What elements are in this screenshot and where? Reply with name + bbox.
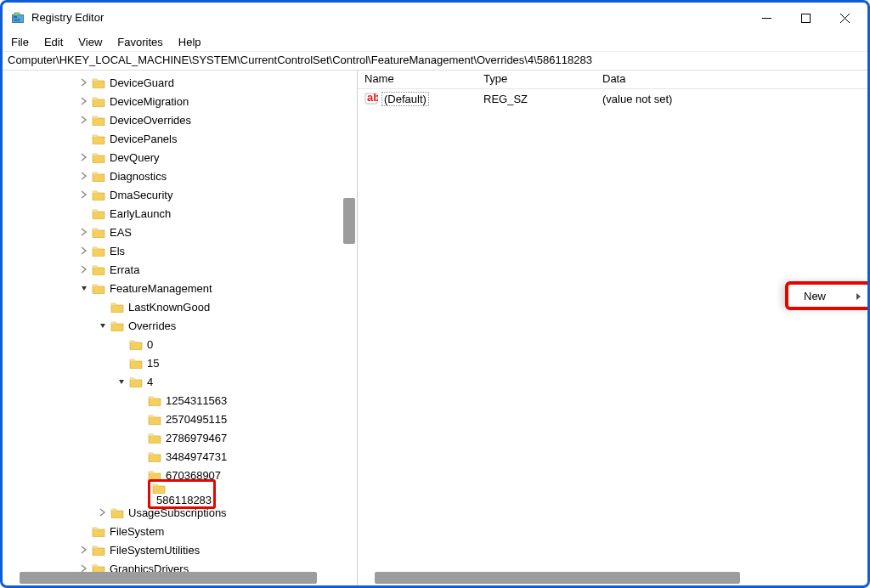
chevron-right-icon[interactable] (98, 507, 108, 517)
tree-item-label: Diagnostics (110, 170, 167, 183)
tree-item[interactable]: 3484974731 (3, 447, 357, 466)
folder-icon (92, 114, 105, 126)
maximize-button[interactable] (786, 6, 825, 30)
chevron-right-icon[interactable] (79, 152, 89, 162)
chevron-down-icon[interactable] (79, 283, 89, 293)
tree-item[interactable]: DeviceOverrides (3, 110, 357, 129)
tree-item-label: 4 (147, 376, 153, 388)
menu-edit[interactable]: Edit (44, 36, 63, 48)
tree-item[interactable]: DmaSecurity (3, 185, 357, 204)
tree-item-label: 1254311563 (166, 394, 227, 407)
value-type: REG_SZ (477, 93, 596, 105)
chevron-right-icon[interactable] (79, 246, 89, 256)
tree-item[interactable]: 586118283 (3, 484, 357, 503)
tree-item[interactable]: LastKnownGood (3, 297, 357, 316)
svg-rect-4 (14, 20, 20, 21)
chevron-right-icon (79, 526, 89, 536)
tree-item-label: 586118283 (156, 494, 212, 506)
tree-item[interactable]: DevQuery (3, 148, 357, 167)
tree-item[interactable]: 2786979467 (3, 428, 357, 447)
folder-icon (92, 226, 105, 238)
tree-item[interactable]: FeatureManagement (3, 279, 357, 297)
tree-scrollbar[interactable] (343, 71, 355, 585)
tree-item[interactable]: 2570495115 (3, 410, 357, 428)
chevron-right-icon (116, 358, 127, 368)
tree-item-label: 3484974731 (166, 450, 227, 463)
value-name: (Default) (381, 92, 429, 106)
tree-item[interactable]: FileSystem (3, 522, 357, 540)
annotation-highlight: 586118283 (148, 479, 216, 509)
folder-icon (148, 432, 161, 444)
tree-hscrollbar[interactable] (20, 572, 317, 584)
tree-item-label: 15 (147, 357, 159, 370)
col-type[interactable]: Type (477, 71, 596, 88)
folder-icon (129, 376, 143, 387)
tree-item-label: DeviceMigration (110, 95, 189, 108)
tree-item-label: Overrides (128, 319, 176, 332)
tree-item[interactable]: FileSystemUtilities (3, 540, 357, 559)
tree-item[interactable]: Errata (3, 260, 357, 279)
tree-item[interactable]: Diagnostics (3, 167, 357, 185)
folder-icon (92, 245, 105, 257)
chevron-right-icon[interactable] (79, 545, 89, 555)
folder-icon (92, 544, 105, 556)
folder-icon (92, 525, 105, 537)
tree-item-label: FileSystem (110, 525, 164, 538)
chevron-down-icon[interactable] (116, 376, 127, 387)
menu-file[interactable]: File (11, 36, 29, 48)
window-title: Registry Editor (31, 3, 747, 33)
tree-item[interactable]: DeviceGuard (3, 73, 357, 92)
tree-item-label: 0 (147, 338, 153, 351)
col-data[interactable]: Data (596, 71, 867, 88)
tree-item[interactable]: Overrides (3, 316, 357, 335)
tree-item[interactable]: EAS (3, 223, 357, 241)
tree-item[interactable]: 0 (3, 335, 357, 353)
close-button[interactable] (825, 6, 864, 30)
value-row[interactable]: ab (Default) REG_SZ (value not set) (358, 89, 867, 108)
chevron-right-icon (116, 339, 127, 349)
tree-item[interactable]: UsageSubscriptions (3, 503, 357, 522)
chevron-right-icon[interactable] (79, 227, 89, 237)
tree-item[interactable]: 1254311563 (3, 391, 357, 410)
folder-icon (148, 413, 161, 425)
values-hscrollbar[interactable] (375, 572, 740, 584)
chevron-down-icon[interactable] (98, 320, 108, 331)
svg-rect-7 (801, 14, 810, 22)
tree-item[interactable]: 4 (3, 372, 357, 391)
chevron-right-icon[interactable] (79, 96, 89, 106)
chevron-right-icon[interactable] (79, 77, 89, 88)
folder-icon (110, 301, 124, 313)
tree-item[interactable]: 15 (3, 353, 357, 372)
tree-item-label: DevicePanels (110, 133, 178, 145)
minimize-button[interactable] (747, 6, 786, 30)
folder-icon (129, 338, 143, 350)
chevron-right-icon[interactable] (79, 115, 89, 125)
tree-item[interactable]: DevicePanels (3, 129, 357, 148)
tree-item[interactable]: DeviceMigration (3, 92, 357, 110)
context-new-label: New (804, 290, 826, 302)
chevron-right-icon[interactable] (79, 171, 89, 181)
folder-icon (110, 506, 124, 518)
tree-item[interactable]: EarlyLaunch (3, 204, 357, 223)
chevron-right-icon (135, 489, 145, 499)
values-header: Name Type Data (358, 71, 867, 89)
tree-item[interactable]: Els (3, 241, 357, 260)
string-value-icon: ab (364, 93, 378, 105)
tree-pane: DeviceGuardDeviceMigrationDeviceOverride… (3, 71, 358, 585)
tree-scrollbar-thumb[interactable] (343, 198, 355, 244)
folder-icon (148, 450, 161, 462)
context-new-item[interactable]: New (785, 281, 867, 310)
chevron-right-icon (135, 395, 145, 405)
folder-icon (92, 151, 105, 163)
chevron-right-icon[interactable] (79, 264, 89, 274)
col-name[interactable]: Name (358, 71, 477, 88)
folder-icon (92, 170, 105, 182)
tree-item-label: 2786979467 (166, 432, 227, 444)
folder-icon (92, 76, 105, 88)
menu-view[interactable]: View (78, 36, 102, 48)
address-bar[interactable]: Computer\HKEY_LOCAL_MACHINE\SYSTEM\Curre… (3, 52, 867, 71)
menu-help[interactable]: Help (178, 36, 201, 48)
menu-favorites[interactable]: Favorites (117, 36, 162, 48)
folder-icon (92, 133, 105, 144)
chevron-right-icon[interactable] (79, 189, 89, 200)
